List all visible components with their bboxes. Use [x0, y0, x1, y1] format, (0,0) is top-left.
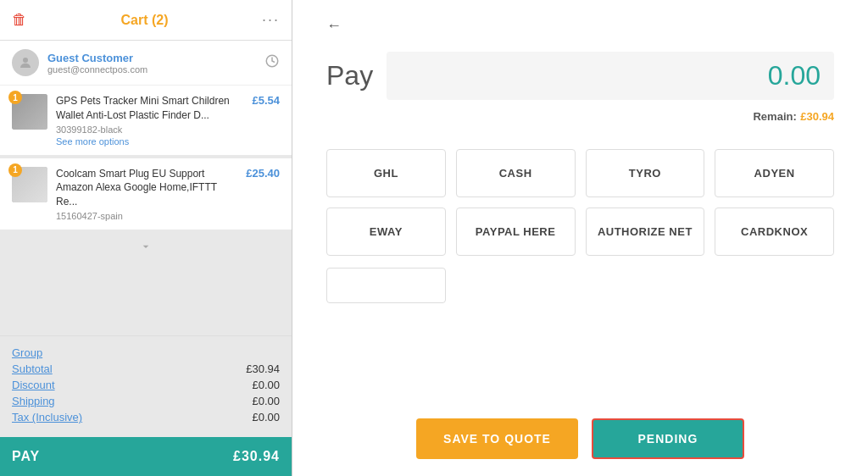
customer-name: Guest Customer — [47, 52, 147, 64]
avatar — [12, 49, 39, 76]
payment-method-ghl[interactable]: GHL — [326, 149, 446, 197]
pay-button-amount: £30.94 — [233, 449, 280, 464]
item-image-2: 1 — [12, 167, 47, 202]
item-price: £5.54 — [252, 94, 280, 107]
item-qty-badge: 1 — [8, 163, 22, 177]
trash-icon[interactable]: 🗑 — [12, 11, 27, 29]
remain-amount: £30.94 — [800, 110, 834, 123]
item-name: Coolcam Smart Plug EU Support Amazon Ale… — [56, 167, 237, 209]
back-arrow-icon: ← — [326, 17, 342, 35]
discount-label[interactable]: Discount — [12, 379, 55, 391]
pay-title: Pay — [326, 60, 373, 91]
svg-point-0 — [23, 58, 28, 63]
customer-row[interactable]: Guest Customer guest@connectpos.com — [0, 41, 292, 86]
shipping-label[interactable]: Shipping — [12, 395, 55, 407]
payment-method-cardknox[interactable]: CARDKNOX — [715, 208, 834, 256]
payment-panel: ← Pay 0.00 Remain: £30.94 GHL CASH TYRO … — [292, 0, 868, 476]
summary-subtotal-row: Subtotal £30.94 — [12, 361, 280, 377]
remain-label: Remain: — [753, 110, 796, 123]
item-price: £25.40 — [246, 167, 280, 180]
discount-value: £0.00 — [252, 379, 280, 391]
subtotal-label[interactable]: Subtotal — [12, 363, 53, 375]
summary-shipping-row: Shipping £0.00 — [12, 393, 280, 409]
save-to-quote-button[interactable]: SAVE TO QUOTE — [416, 418, 578, 459]
item-name: GPS Pets Tracker Mini Smart Children Wal… — [56, 94, 243, 123]
group-label[interactable]: Group — [12, 346, 42, 359]
cart-header: 🗑 Cart (2) ··· — [0, 0, 292, 41]
pay-button-label: PAY — [12, 449, 40, 464]
pay-amount-box: 0.00 — [387, 52, 834, 100]
item-sku: 15160427-spain — [56, 211, 237, 221]
payment-method-eway[interactable]: EWAY — [326, 208, 446, 256]
more-options-icon[interactable]: ··· — [262, 11, 280, 29]
cart-summary: Group Subtotal £30.94 Discount £0.00 Shi… — [0, 335, 292, 434]
payment-method-adyen[interactable]: ADYEN — [715, 149, 834, 197]
item-qty-badge: 1 — [8, 91, 22, 104]
customer-email: guest@connectpos.com — [47, 64, 147, 75]
pay-row: Pay 0.00 — [326, 52, 834, 100]
remain-row: Remain: £30.94 — [326, 108, 834, 124]
tax-value: £0.00 — [252, 411, 280, 423]
customer-details: Guest Customer guest@connectpos.com — [47, 52, 147, 75]
cart-title: Cart (2) — [120, 13, 168, 28]
payment-method-authorize-net[interactable]: AUTHORIZE NET — [586, 208, 705, 256]
payment-methods-grid: GHL CASH TYRO ADYEN EWAY PAYPAL HERE AUT… — [326, 149, 834, 256]
subtotal-value: £30.94 — [246, 363, 280, 375]
cart-item[interactable]: 1 Coolcam Smart Plug EU Support Amazon A… — [0, 158, 292, 230]
action-buttons: SAVE TO QUOTE PENDING — [326, 418, 834, 459]
back-button[interactable]: ← — [326, 17, 342, 35]
loyalty-icon[interactable] — [264, 53, 280, 72]
cart-panel: 🗑 Cart (2) ··· Guest Customer guest@conn… — [0, 0, 292, 476]
item-sku: 30399182-black — [56, 125, 243, 135]
pay-button[interactable]: PAY £30.94 — [0, 437, 292, 476]
item-details-2: Coolcam Smart Plug EU Support Amazon Ale… — [56, 167, 237, 221]
pay-amount-value: 0.00 — [768, 60, 821, 91]
payment-method-paypal-here[interactable]: PAYPAL HERE — [456, 208, 576, 256]
item-image-1: 1 — [12, 94, 47, 130]
scroll-hint — [0, 233, 292, 260]
summary-discount-row: Discount £0.00 — [12, 377, 280, 393]
summary-group-row: Group — [12, 345, 280, 361]
extra-method-btn[interactable] — [326, 268, 446, 303]
item-details-1: GPS Pets Tracker Mini Smart Children Wal… — [56, 94, 243, 147]
customer-info: Guest Customer guest@connectpos.com — [12, 49, 147, 76]
pending-button[interactable]: PENDING — [592, 418, 744, 459]
cart-items-list: 1 GPS Pets Tracker Mini Smart Children W… — [0, 86, 292, 335]
shipping-value: £0.00 — [252, 395, 280, 407]
summary-tax-row: Tax (Inclusive) £0.00 — [12, 409, 280, 425]
tax-label[interactable]: Tax (Inclusive) — [12, 411, 82, 423]
payment-method-tyro[interactable]: TYRO — [586, 149, 705, 197]
item-see-more-options[interactable]: See more options — [56, 136, 243, 147]
extra-methods-row — [326, 268, 834, 303]
cart-item[interactable]: 1 GPS Pets Tracker Mini Smart Children W… — [0, 86, 292, 155]
payment-method-cash[interactable]: CASH — [456, 149, 576, 197]
